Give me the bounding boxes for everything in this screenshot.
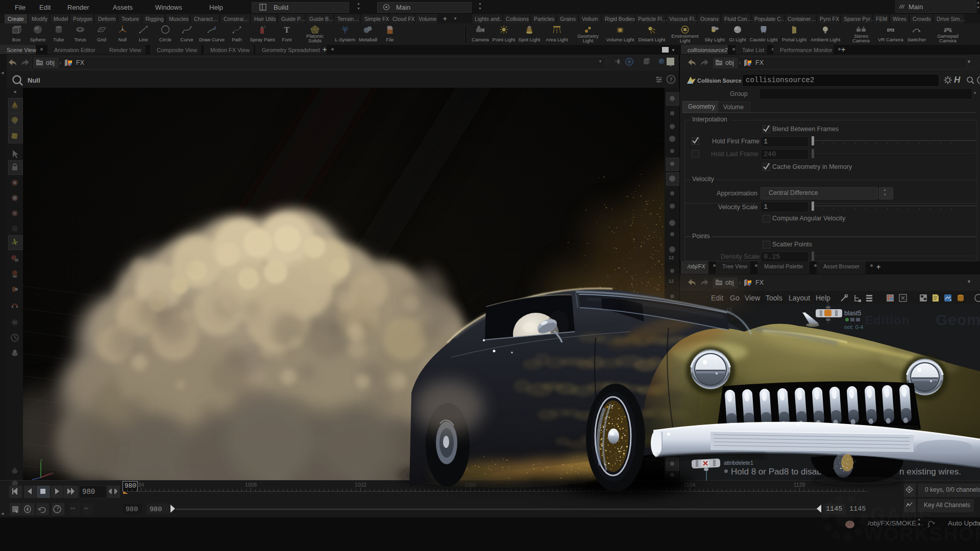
svg-text:x: x — [52, 471, 54, 475]
svg-text:y: y — [40, 458, 42, 462]
